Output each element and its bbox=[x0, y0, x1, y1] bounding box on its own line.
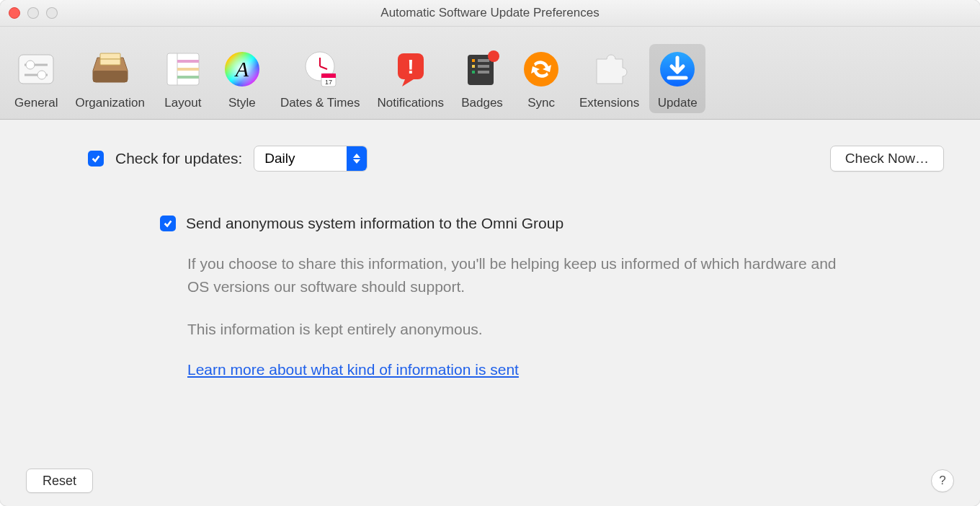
svg-rect-29 bbox=[478, 65, 489, 68]
send-info-checkbox[interactable] bbox=[160, 216, 176, 231]
svg-rect-20 bbox=[321, 74, 336, 78]
download-icon bbox=[656, 48, 698, 90]
window-title: Automatic Software Update Preferences bbox=[380, 6, 599, 20]
tab-organization[interactable]: Organization bbox=[68, 44, 151, 113]
update-frequency-value: Daily bbox=[254, 151, 347, 167]
svg-text:!: ! bbox=[407, 56, 414, 78]
tab-notifications[interactable]: ! Notifications bbox=[370, 44, 451, 113]
preferences-window: Automatic Software Update Preferences Ge… bbox=[0, 0, 980, 506]
tab-update[interactable]: Update bbox=[649, 44, 705, 113]
tab-style[interactable]: A Style bbox=[214, 44, 270, 113]
footer: Reset ? bbox=[0, 456, 980, 506]
learn-more-link[interactable]: Learn more about what kind of informatio… bbox=[187, 361, 519, 378]
svg-text:17: 17 bbox=[325, 79, 332, 86]
titlebar: Automatic Software Update Preferences bbox=[0, 0, 980, 27]
puzzle-icon bbox=[589, 48, 631, 90]
tab-badges[interactable]: Badges bbox=[454, 44, 510, 113]
sync-icon bbox=[520, 48, 562, 90]
close-icon[interactable] bbox=[9, 7, 20, 19]
badges-icon bbox=[461, 48, 503, 90]
preferences-toolbar: General Organization Layout A bbox=[0, 27, 980, 120]
svg-point-32 bbox=[524, 52, 558, 86]
svg-rect-27 bbox=[472, 71, 475, 74]
svg-rect-28 bbox=[478, 59, 489, 62]
tab-extensions[interactable]: Extensions bbox=[572, 44, 646, 113]
svg-point-31 bbox=[488, 50, 499, 62]
svg-text:A: A bbox=[234, 57, 249, 81]
send-info-label: Send anonymous system information to the… bbox=[186, 215, 564, 232]
content-area: Check for updates: Daily Check Now… Send bbox=[0, 120, 980, 463]
check-updates-label: Check for updates: bbox=[115, 150, 242, 167]
svg-rect-7 bbox=[100, 59, 120, 65]
window-controls bbox=[9, 7, 58, 19]
svg-point-4 bbox=[37, 71, 46, 79]
svg-rect-6 bbox=[100, 53, 120, 59]
zoom-icon[interactable] bbox=[46, 7, 58, 19]
stepper-icon bbox=[347, 146, 367, 171]
check-updates-checkbox[interactable] bbox=[88, 151, 104, 167]
calendar-clock-icon: 17 bbox=[299, 48, 341, 90]
svg-rect-5 bbox=[93, 71, 128, 82]
svg-rect-0 bbox=[19, 55, 53, 84]
svg-rect-30 bbox=[478, 71, 489, 74]
minimize-icon[interactable] bbox=[27, 7, 39, 19]
drawer-icon bbox=[89, 48, 131, 90]
svg-point-3 bbox=[26, 61, 35, 69]
svg-rect-25 bbox=[472, 59, 475, 62]
send-info-description: If you choose to share this information,… bbox=[187, 252, 859, 341]
tab-layout[interactable]: Layout bbox=[155, 44, 211, 113]
check-now-button[interactable]: Check Now… bbox=[830, 146, 944, 172]
reset-button[interactable]: Reset bbox=[26, 469, 93, 493]
tab-dates-times[interactable]: 17 Dates & Times bbox=[273, 44, 368, 113]
svg-rect-26 bbox=[472, 65, 475, 68]
notifications-icon: ! bbox=[390, 48, 432, 90]
style-icon: A bbox=[221, 48, 263, 90]
layout-icon bbox=[162, 48, 204, 90]
tab-general[interactable]: General bbox=[7, 44, 65, 113]
sliders-icon bbox=[15, 48, 57, 90]
update-frequency-select[interactable]: Daily bbox=[254, 146, 368, 172]
tab-sync[interactable]: Sync bbox=[513, 44, 569, 113]
help-button[interactable]: ? bbox=[931, 469, 954, 492]
